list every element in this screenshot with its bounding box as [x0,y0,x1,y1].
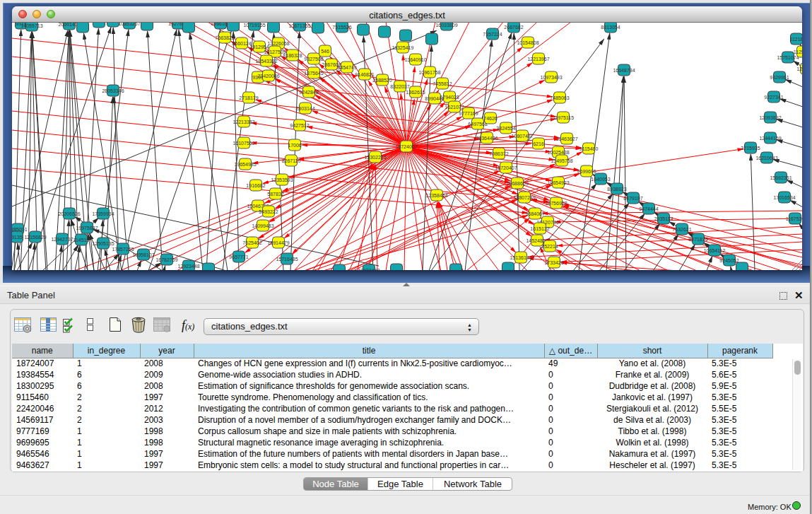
svg-text:252214: 252214 [541,244,558,249]
svg-text:9227341: 9227341 [764,95,783,100]
svg-text:12505135: 12505135 [92,241,114,246]
svg-text:9242848: 9242848 [299,90,318,95]
svg-text:16648784: 16648784 [613,68,635,73]
svg-text:2588520: 2588520 [372,78,392,83]
svg-text:15136141: 15136141 [510,255,531,260]
svg-text:10973493: 10973493 [540,75,562,80]
svg-text:12093832: 12093832 [759,115,781,120]
svg-text:7663822: 7663822 [215,35,234,40]
svg-text:12213967: 12213967 [527,57,549,62]
svg-text:16107552: 16107552 [233,141,254,146]
svg-text:9777169: 9777169 [459,111,478,116]
svg-text:17016534: 17016534 [773,195,795,200]
svg-text:9135: 9135 [12,235,23,240]
svg-text:6216: 6216 [533,141,544,146]
svg-text:10688609: 10688609 [506,181,528,186]
svg-text:8660124: 8660124 [232,41,251,46]
svg-text:8454749: 8454749 [337,65,356,70]
svg-text:19654985: 19654985 [234,162,256,167]
svg-text:74626: 74626 [483,116,498,121]
svg-text:1615132: 1615132 [530,226,549,231]
svg-text:9684067: 9684067 [525,211,544,216]
svg-text:17006: 17006 [288,143,302,148]
svg-text:17857255: 17857255 [112,247,134,252]
svg-text:5493222: 5493222 [259,209,278,214]
svg-text:9115460: 9115460 [579,146,599,151]
svg-text:1125480: 1125480 [794,49,802,54]
svg-text:19975887: 19975887 [76,226,98,230]
svg-text:15495758: 15495758 [551,158,572,163]
svg-text:12444159: 12444159 [759,136,781,141]
svg-text:10154808: 10154808 [517,40,539,45]
svg-text:18807249: 18807249 [513,195,535,200]
svg-text:18543382: 18543382 [255,59,277,64]
svg-text:16782759: 16782759 [155,257,177,262]
svg-text:7986372: 7986372 [489,151,508,156]
svg-text:20364436: 20364436 [476,136,498,141]
svg-text:1916682: 1916682 [246,183,265,188]
svg-text:10719155: 10719155 [243,23,265,28]
svg-text:9329961: 9329961 [770,75,789,80]
svg-text:11023448: 11023448 [358,268,380,271]
svg-text:11975115: 11975115 [553,115,574,120]
svg-text:7357224: 7357224 [483,32,502,37]
svg-text:114519: 114519 [73,238,90,243]
svg-text:12353593: 12353593 [271,177,293,182]
svg-text:7515526: 7515526 [332,25,351,30]
svg-text:3912954: 3912954 [249,45,269,49]
svg-text:7625402: 7625402 [242,240,261,245]
svg-text:8471876: 8471876 [688,237,707,242]
svg-text:13640910: 13640910 [404,57,426,62]
svg-text:12358454: 12358454 [425,193,447,198]
svg-text:18914479: 18914479 [267,240,289,245]
svg-text:9427512: 9427512 [290,123,309,128]
svg-text:16033809: 16033809 [435,23,457,28]
svg-text:2935114: 2935114 [654,216,673,221]
svg-text:7485063: 7485063 [550,95,569,100]
svg-text:1621072: 1621072 [445,105,464,110]
svg-text:1221398: 1221398 [796,66,802,71]
svg-text:19654923: 19654923 [547,180,569,185]
svg-text:1640953: 1640953 [591,177,610,182]
svg-text:19463627: 19463627 [555,136,577,141]
svg-text:3215935: 3215935 [741,146,760,151]
svg-text:1362615: 1362615 [406,90,425,95]
svg-text:10025438: 10025438 [547,150,569,155]
svg-text:17359934: 17359934 [92,211,114,216]
svg-text:15302215: 15302215 [364,155,386,160]
svg-text:10756928: 10756928 [545,201,567,206]
svg-text:8186328: 8186328 [283,53,302,58]
svg-text:15720407: 15720407 [495,165,517,170]
svg-text:23420046: 23420046 [257,74,279,78]
svg-text:587832: 587832 [267,192,283,197]
svg-text:8813054: 8813054 [601,25,620,30]
svg-text:8322037: 8322037 [390,84,409,89]
svg-text:9474444: 9474444 [639,206,658,211]
svg-text:10654112: 10654112 [704,248,726,253]
svg-text:7455812: 7455812 [433,81,452,86]
svg-text:16210643: 16210643 [755,156,777,160]
svg-text:2687682: 2687682 [504,25,523,30]
svg-text:6479197: 6479197 [623,196,642,201]
svg-text:10853257: 10853257 [118,23,140,26]
svg-text:2803144: 2803144 [295,106,314,111]
svg-text:14099483: 14099483 [252,223,273,228]
svg-text:12942737: 12942737 [51,237,73,242]
svg-text:2718179: 2718179 [239,95,258,100]
svg-text:28053346: 28053346 [102,88,124,93]
svg-text:1167533: 1167533 [786,216,802,221]
svg-text:14055713: 14055713 [20,23,42,28]
svg-text:7632621: 7632621 [672,227,691,232]
svg-text:1733426: 1733426 [544,260,563,265]
svg-text:2385001: 2385001 [12,227,28,232]
svg-text:10807487: 10807487 [511,134,533,139]
svg-text:9327508: 9327508 [304,57,323,62]
svg-text:12156829: 12156829 [24,235,46,240]
svg-text:9657771: 9657771 [229,255,248,259]
svg-text:12923448: 12923448 [177,264,199,269]
svg-text:9146821: 9146821 [355,72,374,77]
svg-text:10958107: 10958107 [132,252,154,257]
svg-text:9699695: 9699695 [577,169,596,174]
svg-text:546: 546 [321,49,329,54]
svg-text:11218: 11218 [790,37,802,42]
